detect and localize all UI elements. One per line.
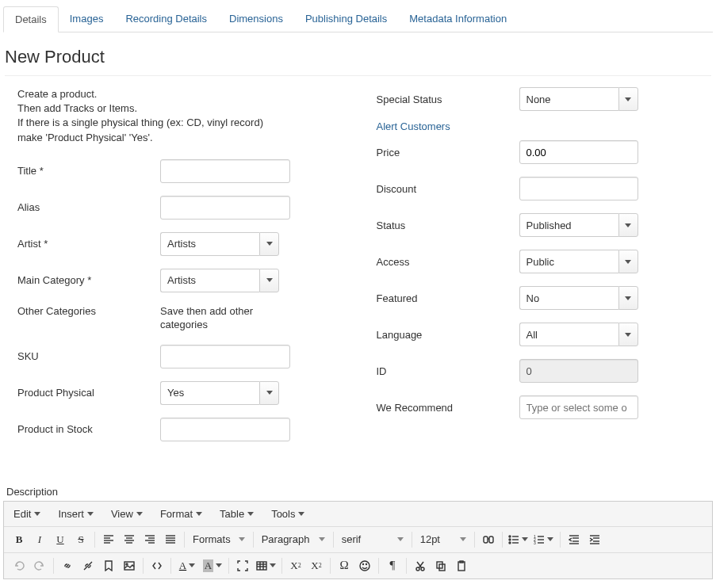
smiley-icon	[359, 560, 370, 571]
svg-rect-16	[484, 536, 488, 543]
chevron-down-icon	[189, 563, 195, 567]
tab-recording-details[interactable]: Recording Details	[114, 6, 218, 32]
link-button[interactable]	[57, 556, 78, 575]
access-select-toggle[interactable]	[618, 250, 638, 273]
chevron-down-icon	[625, 333, 631, 337]
superscript-button[interactable]: X2	[306, 556, 327, 575]
tab-dimensions[interactable]: Dimensions	[218, 6, 294, 32]
indent-button[interactable]	[584, 530, 605, 549]
we-recommend-input[interactable]	[519, 395, 638, 419]
id-input	[519, 359, 638, 383]
formats-label: Formats	[193, 533, 231, 545]
artist-select[interactable]: Artists	[160, 232, 259, 256]
language-select-toggle[interactable]	[618, 323, 638, 346]
intro-line: Then add Tracks or Items.	[17, 101, 353, 116]
redo-button[interactable]	[29, 556, 50, 575]
alert-customers-link[interactable]: Alert Customers	[377, 120, 450, 132]
copy-icon	[435, 560, 446, 571]
paste-button[interactable]	[451, 556, 472, 575]
menu-table[interactable]: Table	[215, 505, 258, 523]
bold-button[interactable]: B	[9, 530, 29, 549]
source-code-button[interactable]	[147, 556, 167, 575]
menu-tools[interactable]: Tools	[266, 505, 309, 523]
menu-format-label: Format	[160, 508, 193, 520]
chevron-down-icon	[298, 512, 304, 516]
bullet-list-button[interactable]	[506, 530, 531, 549]
text-color-button[interactable]: A	[174, 556, 200, 575]
align-justify-button[interactable]	[160, 530, 181, 549]
status-select-toggle[interactable]	[618, 213, 638, 237]
tab-publishing-details[interactable]: Publishing Details	[294, 6, 398, 32]
cut-button[interactable]	[410, 556, 431, 575]
featured-select-toggle[interactable]	[618, 286, 638, 310]
special-char-button[interactable]: Ω	[334, 556, 354, 575]
product-physical-select[interactable]: Yes	[160, 381, 259, 405]
undo-icon	[13, 560, 25, 571]
product-in-stock-input[interactable]	[160, 418, 290, 441]
underline-button[interactable]: U	[50, 530, 71, 549]
link-icon	[62, 560, 73, 571]
menu-insert[interactable]: Insert	[53, 505, 98, 523]
paragraph-button[interactable]: ¶	[382, 556, 403, 575]
artist-select-toggle[interactable]	[259, 232, 279, 256]
bullet-list-icon	[508, 534, 519, 545]
intro-line: If there is a single physical thing (ex:…	[17, 116, 353, 130]
unlink-button[interactable]	[78, 556, 98, 575]
scissors-icon	[415, 560, 426, 571]
price-label: Price	[377, 147, 519, 158]
tab-images[interactable]: Images	[59, 6, 115, 32]
background-color-button[interactable]: A	[200, 556, 225, 575]
italic-button[interactable]: I	[29, 530, 50, 549]
anchor-button[interactable]	[98, 556, 119, 575]
status-select[interactable]: Published	[519, 213, 618, 237]
formats-select[interactable]: Formats	[188, 530, 250, 549]
main-category-select-toggle[interactable]	[259, 269, 279, 292]
special-status-select-toggle[interactable]	[618, 87, 638, 111]
font-family-select[interactable]: serif	[337, 530, 408, 549]
chevron-down-icon	[319, 537, 325, 541]
strikethrough-button[interactable]: S	[71, 530, 91, 549]
menu-view[interactable]: View	[106, 505, 147, 523]
subscript-button[interactable]: X2	[285, 556, 306, 575]
table-button[interactable]	[253, 556, 278, 575]
copy-button[interactable]	[431, 556, 451, 575]
discount-input[interactable]	[519, 177, 638, 200]
menu-format[interactable]: Format	[155, 505, 207, 523]
access-select[interactable]: Public	[519, 250, 618, 273]
main-category-select[interactable]: Artists	[160, 269, 259, 292]
chevron-down-icon	[547, 537, 553, 541]
image-button[interactable]	[119, 556, 140, 575]
menu-edit[interactable]: Edit	[9, 505, 45, 523]
special-status-select[interactable]: None	[519, 87, 618, 111]
chevron-down-icon	[216, 563, 222, 567]
editor-menubar: Edit Insert View Format Table Tools	[4, 502, 712, 527]
svg-point-19	[509, 536, 511, 537]
featured-select[interactable]: No	[519, 286, 618, 310]
block-format-select[interactable]: Paragraph	[257, 530, 330, 549]
align-right-button[interactable]	[140, 530, 160, 549]
language-select[interactable]: All	[519, 323, 618, 346]
fullscreen-button[interactable]	[232, 556, 253, 575]
chevron-down-icon	[87, 512, 94, 516]
tab-details[interactable]: Details	[3, 6, 59, 32]
product-physical-select-toggle[interactable]	[259, 381, 279, 405]
title-input[interactable]	[160, 159, 290, 183]
numbered-list-button[interactable]: 123	[531, 530, 557, 549]
tab-metadata-information[interactable]: Metadata Information	[398, 6, 518, 32]
search-replace-button[interactable]	[478, 530, 499, 549]
align-left-button[interactable]	[98, 530, 119, 549]
align-center-button[interactable]	[119, 530, 140, 549]
language-label: Language	[377, 329, 519, 341]
alias-input[interactable]	[160, 196, 290, 220]
emoticons-button[interactable]	[354, 556, 375, 575]
align-right-icon	[144, 534, 155, 545]
undo-button[interactable]	[9, 556, 29, 575]
price-input[interactable]	[519, 140, 638, 164]
special-status-label: Special Status	[377, 94, 519, 105]
separator	[412, 532, 412, 548]
font-size-select[interactable]: 12pt	[415, 530, 471, 549]
binoculars-icon	[483, 534, 494, 545]
outdent-button[interactable]	[564, 530, 584, 549]
sku-input[interactable]	[160, 345, 290, 368]
paste-icon	[456, 560, 467, 571]
